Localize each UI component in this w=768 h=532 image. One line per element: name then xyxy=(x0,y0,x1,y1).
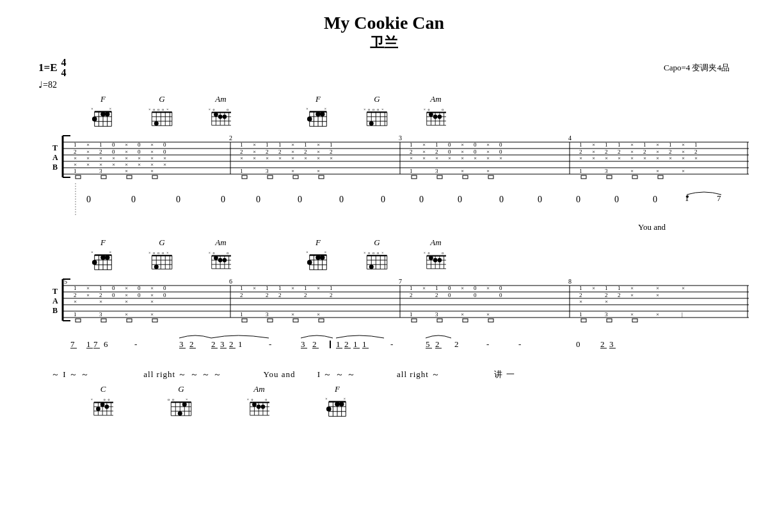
svg-text:T: T xyxy=(52,287,58,296)
svg-text:×: × xyxy=(410,155,413,161)
svg-text:2: 2 xyxy=(600,339,605,349)
svg-point-89 xyxy=(438,115,442,119)
svg-point-13 xyxy=(105,112,110,117)
svg-text:×: × xyxy=(630,311,634,318)
svg-text:×: × xyxy=(253,285,256,291)
svg-text:2: 2 xyxy=(304,149,307,155)
svg-text:o: o xyxy=(372,251,374,255)
svg-text:o: o xyxy=(368,251,370,255)
svg-text:5: 5 xyxy=(426,339,430,349)
svg-text:×: × xyxy=(656,292,659,298)
svg-text:×: × xyxy=(125,311,128,318)
svg-point-29 xyxy=(154,121,159,125)
svg-text:×: × xyxy=(253,141,256,148)
svg-point-12 xyxy=(100,112,106,117)
capo-info: Capo=4 变调夹4品 xyxy=(664,62,730,74)
lyrics-row-1: You and xyxy=(38,222,730,232)
svg-text:×: × xyxy=(253,155,256,161)
svg-text:×: × xyxy=(86,155,90,161)
svg-text:×: × xyxy=(166,108,168,111)
svg-text:×: × xyxy=(150,292,154,298)
svg-text:3: 3 xyxy=(605,311,608,318)
svg-text:×: × xyxy=(324,250,327,254)
chord-G-3: G × o o o × xyxy=(148,238,175,273)
svg-point-284 xyxy=(105,255,110,261)
svg-text:×: × xyxy=(166,251,168,255)
svg-text:×: × xyxy=(605,155,608,161)
time-signature: 4 4 xyxy=(61,58,67,78)
svg-rect-248 xyxy=(581,175,586,179)
svg-text:×: × xyxy=(86,149,90,155)
svg-text:×: × xyxy=(138,155,141,161)
svg-text:×: × xyxy=(91,250,93,254)
svg-text:×: × xyxy=(579,298,582,305)
svg-text:0: 0 xyxy=(448,292,451,298)
svg-text:×: × xyxy=(125,141,128,148)
chord-F-1: F × × xyxy=(90,94,116,130)
svg-text:×: × xyxy=(364,251,365,255)
svg-text:o: o xyxy=(368,108,370,111)
svg-text:2: 2 xyxy=(189,339,194,349)
svg-text:3: 3 xyxy=(605,168,608,174)
svg-text:8: 8 xyxy=(568,278,572,285)
svg-text:0: 0 xyxy=(163,285,166,291)
svg-rect-449 xyxy=(463,319,468,322)
svg-text:×: × xyxy=(291,285,294,291)
chord-G-1: G × o o o × xyxy=(148,94,175,130)
svg-rect-211 xyxy=(463,175,468,179)
svg-text:0: 0 xyxy=(339,195,344,204)
svg-text:1: 1 xyxy=(278,285,282,291)
svg-text:0: 0 xyxy=(138,292,141,298)
svg-text:×: × xyxy=(125,155,128,161)
svg-text:×: × xyxy=(682,141,685,148)
svg-text:2: 2 xyxy=(410,292,413,298)
svg-text:2: 2 xyxy=(344,339,349,349)
svg-text:×: × xyxy=(317,155,320,161)
svg-point-269 xyxy=(686,195,689,198)
svg-text:×: × xyxy=(461,149,464,155)
tab-staff-svg-1: T A B 2 3 4 xyxy=(51,133,755,181)
svg-point-313 xyxy=(214,256,218,261)
svg-text:B: B xyxy=(52,163,58,172)
svg-text:4: 4 xyxy=(568,134,572,141)
chord-Am-3: Am × o o xyxy=(207,238,234,273)
svg-rect-250 xyxy=(632,175,637,179)
svg-text:o: o xyxy=(372,108,374,111)
svg-text:×: × xyxy=(150,285,154,291)
svg-text:0: 0 xyxy=(576,195,580,204)
svg-text:0: 0 xyxy=(163,292,166,298)
svg-text:×: × xyxy=(317,285,320,291)
svg-text:2: 2 xyxy=(240,292,243,298)
svg-text:o: o xyxy=(153,108,155,111)
svg-text:o: o xyxy=(251,398,253,401)
svg-text:2: 2 xyxy=(266,292,269,298)
svg-text:×: × xyxy=(109,106,112,111)
svg-point-562 xyxy=(257,405,261,409)
svg-text:×: × xyxy=(291,155,294,161)
svg-text:×: × xyxy=(682,168,685,174)
svg-point-563 xyxy=(261,405,266,409)
svg-text:0: 0 xyxy=(499,195,504,204)
svg-text:-: - xyxy=(486,339,489,349)
svg-text:×: × xyxy=(424,108,426,111)
svg-text:×: × xyxy=(630,285,634,291)
svg-text:1: 1 xyxy=(238,339,243,349)
svg-rect-426 xyxy=(242,319,247,322)
svg-text:1: 1 xyxy=(266,141,269,148)
svg-text:0: 0 xyxy=(448,285,451,291)
svg-rect-471 xyxy=(607,319,612,322)
svg-text:×: × xyxy=(112,161,115,168)
svg-text:2: 2 xyxy=(618,149,621,155)
svg-text:0: 0 xyxy=(163,141,166,148)
svg-text:2: 2 xyxy=(435,292,438,298)
svg-text:0: 0 xyxy=(112,292,115,298)
svg-rect-406 xyxy=(101,319,106,322)
svg-text:1: 1 xyxy=(410,168,413,174)
svg-text:1: 1 xyxy=(362,339,367,349)
svg-text:0: 0 xyxy=(474,292,477,298)
svg-point-43 xyxy=(218,115,223,119)
svg-text:×: × xyxy=(317,141,320,148)
chord-Am-4: Am × o o xyxy=(422,238,449,273)
svg-text:1: 1 xyxy=(336,339,340,349)
svg-point-87 xyxy=(429,113,433,117)
